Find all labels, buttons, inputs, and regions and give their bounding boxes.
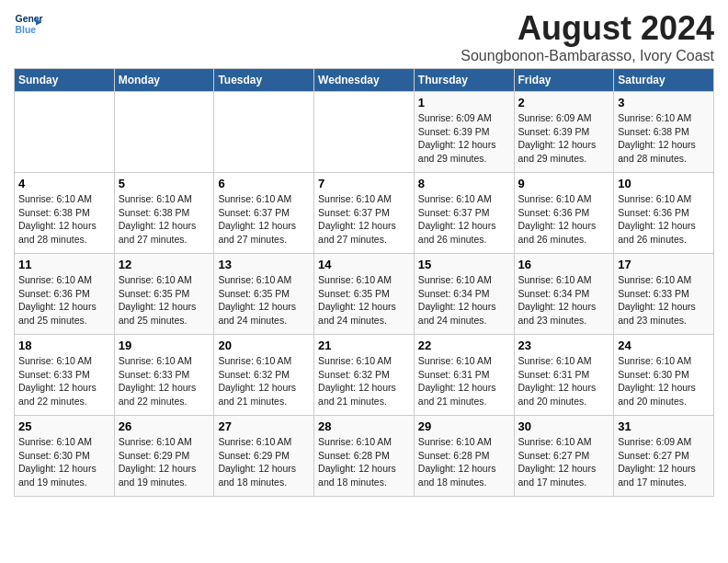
day-info: Sunrise: 6:10 AM Sunset: 6:33 PM Dayligh… [18, 354, 110, 408]
calendar-cell: 5Sunrise: 6:10 AM Sunset: 6:38 PM Daylig… [114, 173, 214, 254]
day-number: 2 [518, 96, 610, 109]
day-number: 19 [119, 339, 210, 352]
day-number: 17 [618, 258, 710, 271]
calendar-cell [15, 92, 115, 173]
day-number: 24 [618, 339, 710, 352]
day-info: Sunrise: 6:10 AM Sunset: 6:28 PM Dayligh… [318, 435, 410, 489]
day-number: 6 [218, 177, 310, 190]
day-info: Sunrise: 6:10 AM Sunset: 6:37 PM Dayligh… [218, 192, 310, 247]
day-info: Sunrise: 6:10 AM Sunset: 6:35 PM Dayligh… [318, 273, 410, 327]
day-info: Sunrise: 6:10 AM Sunset: 6:38 PM Dayligh… [618, 111, 710, 166]
calendar-week-3: 11Sunrise: 6:10 AM Sunset: 6:36 PM Dayli… [15, 254, 714, 335]
subtitle: Soungbonon-Bambarasso, Ivory Coast [461, 48, 714, 64]
day-number: 26 [119, 419, 210, 433]
day-info: Sunrise: 6:10 AM Sunset: 6:35 PM Dayligh… [119, 273, 210, 327]
day-number: 29 [418, 419, 510, 433]
day-header-monday: Monday [114, 69, 214, 92]
day-info: Sunrise: 6:09 AM Sunset: 6:39 PM Dayligh… [518, 111, 610, 166]
calendar-cell: 20Sunrise: 6:10 AM Sunset: 6:32 PM Dayli… [214, 335, 314, 416]
day-info: Sunrise: 6:10 AM Sunset: 6:32 PM Dayligh… [318, 354, 410, 408]
calendar-cell: 13Sunrise: 6:10 AM Sunset: 6:35 PM Dayli… [214, 254, 314, 335]
day-info: Sunrise: 6:10 AM Sunset: 6:36 PM Dayligh… [618, 192, 710, 247]
calendar-cell: 23Sunrise: 6:10 AM Sunset: 6:31 PM Dayli… [514, 335, 614, 416]
calendar-cell [214, 92, 314, 173]
calendar-cell: 4Sunrise: 6:10 AM Sunset: 6:38 PM Daylig… [15, 173, 115, 254]
day-header-friday: Friday [514, 69, 614, 92]
calendar-cell: 19Sunrise: 6:10 AM Sunset: 6:33 PM Dayli… [114, 335, 214, 416]
calendar-cell: 25Sunrise: 6:10 AM Sunset: 6:30 PM Dayli… [15, 416, 115, 497]
calendar-cell: 9Sunrise: 6:10 AM Sunset: 6:36 PM Daylig… [514, 173, 614, 254]
day-info: Sunrise: 6:09 AM Sunset: 6:27 PM Dayligh… [618, 435, 710, 489]
day-header-wednesday: Wednesday [314, 69, 415, 92]
day-number: 10 [618, 177, 710, 190]
day-info: Sunrise: 6:10 AM Sunset: 6:31 PM Dayligh… [518, 354, 610, 408]
day-info: Sunrise: 6:10 AM Sunset: 6:36 PM Dayligh… [18, 273, 110, 327]
calendar-week-2: 4Sunrise: 6:10 AM Sunset: 6:38 PM Daylig… [15, 173, 714, 254]
day-info: Sunrise: 6:10 AM Sunset: 6:30 PM Dayligh… [18, 435, 110, 489]
logo-icon: General Blue [14, 9, 43, 39]
calendar-header-row: SundayMondayTuesdayWednesdayThursdayFrid… [15, 69, 714, 92]
day-info: Sunrise: 6:10 AM Sunset: 6:30 PM Dayligh… [618, 354, 710, 408]
day-info: Sunrise: 6:10 AM Sunset: 6:32 PM Dayligh… [218, 354, 310, 408]
calendar-cell: 2Sunrise: 6:09 AM Sunset: 6:39 PM Daylig… [514, 92, 614, 173]
calendar-cell: 7Sunrise: 6:10 AM Sunset: 6:37 PM Daylig… [314, 173, 415, 254]
calendar-cell: 14Sunrise: 6:10 AM Sunset: 6:35 PM Dayli… [314, 254, 415, 335]
day-number: 15 [418, 258, 510, 271]
day-number: 20 [218, 339, 310, 352]
day-info: Sunrise: 6:10 AM Sunset: 6:31 PM Dayligh… [418, 354, 510, 408]
calendar-table: SundayMondayTuesdayWednesdayThursdayFrid… [14, 68, 714, 497]
day-number: 5 [119, 177, 210, 190]
calendar-cell: 17Sunrise: 6:10 AM Sunset: 6:33 PM Dayli… [614, 254, 714, 335]
svg-text:Blue: Blue [16, 25, 37, 35]
calendar-cell: 12Sunrise: 6:10 AM Sunset: 6:35 PM Dayli… [114, 254, 214, 335]
calendar-cell: 26Sunrise: 6:10 AM Sunset: 6:29 PM Dayli… [114, 416, 214, 497]
day-number: 8 [418, 177, 510, 190]
day-number: 25 [18, 419, 110, 433]
title-block: August 2024 Soungbonon-Bambarasso, Ivory… [461, 9, 714, 64]
day-info: Sunrise: 6:10 AM Sunset: 6:33 PM Dayligh… [119, 354, 210, 408]
calendar-cell: 28Sunrise: 6:10 AM Sunset: 6:28 PM Dayli… [314, 416, 415, 497]
day-number: 1 [418, 96, 510, 109]
day-info: Sunrise: 6:10 AM Sunset: 6:38 PM Dayligh… [18, 192, 110, 247]
day-info: Sunrise: 6:10 AM Sunset: 6:37 PM Dayligh… [418, 192, 510, 247]
day-number: 21 [318, 339, 410, 352]
day-number: 31 [618, 419, 710, 433]
day-info: Sunrise: 6:10 AM Sunset: 6:37 PM Dayligh… [318, 192, 410, 247]
calendar-cell: 30Sunrise: 6:10 AM Sunset: 6:27 PM Dayli… [514, 416, 614, 497]
day-info: Sunrise: 6:10 AM Sunset: 6:27 PM Dayligh… [518, 435, 610, 489]
calendar-cell: 18Sunrise: 6:10 AM Sunset: 6:33 PM Dayli… [15, 335, 115, 416]
calendar-cell: 3Sunrise: 6:10 AM Sunset: 6:38 PM Daylig… [614, 92, 714, 173]
day-info: Sunrise: 6:10 AM Sunset: 6:28 PM Dayligh… [418, 435, 510, 489]
day-header-saturday: Saturday [614, 69, 714, 92]
day-number: 4 [18, 177, 110, 190]
day-header-tuesday: Tuesday [214, 69, 314, 92]
calendar-cell: 29Sunrise: 6:10 AM Sunset: 6:28 PM Dayli… [414, 416, 514, 497]
day-info: Sunrise: 6:10 AM Sunset: 6:29 PM Dayligh… [119, 435, 210, 489]
calendar-cell [314, 92, 415, 173]
calendar-week-1: 1Sunrise: 6:09 AM Sunset: 6:39 PM Daylig… [15, 92, 714, 173]
day-info: Sunrise: 6:10 AM Sunset: 6:36 PM Dayligh… [518, 192, 610, 247]
day-info: Sunrise: 6:10 AM Sunset: 6:35 PM Dayligh… [218, 273, 310, 327]
calendar-cell: 16Sunrise: 6:10 AM Sunset: 6:34 PM Dayli… [514, 254, 614, 335]
calendar-cell: 15Sunrise: 6:10 AM Sunset: 6:34 PM Dayli… [414, 254, 514, 335]
day-number: 16 [518, 258, 610, 271]
day-info: Sunrise: 6:10 AM Sunset: 6:34 PM Dayligh… [518, 273, 610, 327]
day-info: Sunrise: 6:10 AM Sunset: 6:29 PM Dayligh… [218, 435, 310, 489]
day-number: 14 [318, 258, 410, 271]
day-header-sunday: Sunday [15, 69, 115, 92]
day-number: 11 [18, 258, 110, 271]
main-title: August 2024 [461, 9, 714, 48]
calendar-cell: 10Sunrise: 6:10 AM Sunset: 6:36 PM Dayli… [614, 173, 714, 254]
day-number: 12 [119, 258, 210, 271]
day-number: 13 [218, 258, 310, 271]
day-info: Sunrise: 6:09 AM Sunset: 6:39 PM Dayligh… [418, 111, 510, 166]
day-info: Sunrise: 6:10 AM Sunset: 6:34 PM Dayligh… [418, 273, 510, 327]
day-number: 22 [418, 339, 510, 352]
day-header-thursday: Thursday [414, 69, 514, 92]
day-info: Sunrise: 6:10 AM Sunset: 6:33 PM Dayligh… [618, 273, 710, 327]
day-number: 30 [518, 419, 610, 433]
calendar-cell: 21Sunrise: 6:10 AM Sunset: 6:32 PM Dayli… [314, 335, 415, 416]
calendar-cell: 1Sunrise: 6:09 AM Sunset: 6:39 PM Daylig… [414, 92, 514, 173]
calendar-cell [114, 92, 214, 173]
day-number: 23 [518, 339, 610, 352]
